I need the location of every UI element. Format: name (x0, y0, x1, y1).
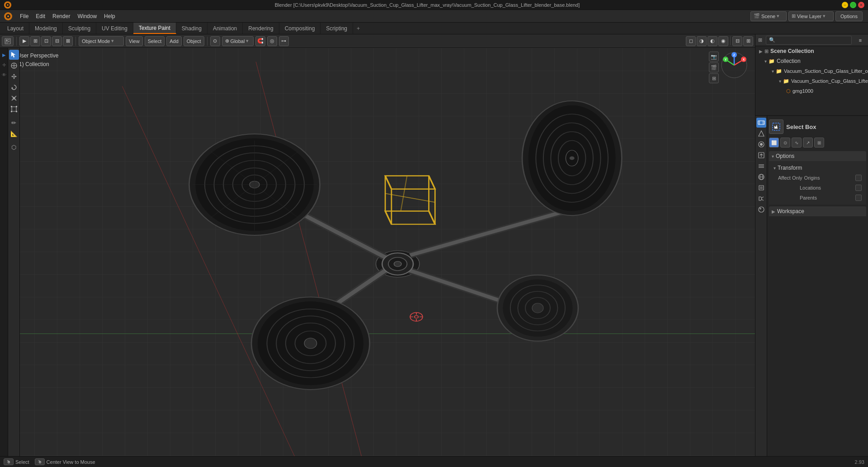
snapping-icon[interactable]: 🧲 (255, 36, 265, 46)
tab-scripting[interactable]: Scripting (321, 23, 353, 34)
tool-cursor[interactable] (9, 61, 19, 71)
parents-row: Parents (771, 193, 864, 203)
outliner-search[interactable]: 🔍 (766, 36, 852, 45)
close-button[interactable]: ✕ (858, 2, 864, 8)
mode-btn-5[interactable]: ⊠ (63, 36, 73, 46)
notch-select-icon[interactable]: ▶ (1, 52, 7, 58)
object-menu[interactable]: Object (184, 36, 204, 46)
prop-tab-scene[interactable] (756, 129, 766, 138)
tab-shading[interactable]: Shading (176, 23, 208, 34)
prop-tab-material[interactable] (756, 205, 766, 214)
menu-render[interactable]: Render (49, 10, 74, 23)
menu-file[interactable]: File (16, 10, 32, 23)
vp-render-view[interactable]: 🎬 (709, 62, 719, 72)
workspace-section-header[interactable]: ▶ Workspace (769, 206, 866, 216)
tool-scale[interactable] (9, 93, 19, 103)
select-mode-alt[interactable]: ⊞ (814, 138, 824, 148)
tab-uv-editing[interactable]: UV Editing (96, 23, 133, 34)
outliner-collection[interactable]: ▾ 📁 Collection (755, 56, 868, 66)
options-section-header[interactable]: ▾ Options (769, 151, 866, 161)
outliner-item-1[interactable]: ▾ 📁 Vacuum_Suction_Cup_Glass_Lifter_obj_… (755, 66, 868, 76)
prop-tab-modifiers[interactable] (756, 194, 766, 204)
locations-checkbox[interactable] (855, 185, 862, 191)
prop-tab-object[interactable] (756, 183, 766, 193)
outliner-scene-collection[interactable]: ▶ ⊞ Scene Collection (755, 46, 868, 56)
tab-sculpting[interactable]: Sculpting (63, 23, 96, 34)
view-layer-selector[interactable]: ⊞ View Layer ▾ (788, 11, 834, 21)
viewport-shading-rendered[interactable]: ◉ (718, 36, 728, 46)
sep4 (730, 36, 731, 45)
transform-orientation[interactable]: ⊕ Global ▾ (222, 36, 254, 46)
viewport-shading-material[interactable]: ◐ (708, 36, 717, 46)
prop-tab-render[interactable] (756, 139, 766, 149)
tool-add-cube[interactable]: ⬡ (9, 142, 19, 152)
tab-compositing[interactable]: Compositing (279, 23, 321, 34)
svg-line-111 (762, 197, 764, 198)
prop-tab-world[interactable] (756, 172, 766, 182)
tool-transform[interactable] (9, 104, 19, 114)
proportional-edit-icon[interactable]: ◎ (267, 36, 277, 46)
vp-display-mode[interactable]: ⊞ (709, 73, 719, 83)
scene-selector[interactable]: 🎬 Scene ▾ (750, 11, 787, 21)
prop-tab-output[interactable] (756, 150, 766, 160)
view-menu[interactable]: View (126, 36, 143, 46)
mode-btn-4[interactable]: ⊟ (52, 36, 62, 46)
options-section: ▾ Options ▾ Transform Affect Only Origin… (769, 151, 866, 205)
mode-btn-2[interactable]: ⊞ (30, 36, 40, 46)
select-menu[interactable]: Select (145, 36, 165, 46)
tab-layout[interactable]: Layout (2, 23, 29, 34)
mode-btn-3[interactable]: ⊡ (41, 36, 51, 46)
menu-edit[interactable]: Edit (32, 10, 49, 23)
outliner-item-3[interactable]: ⬡ gmg1000 (755, 86, 868, 96)
select-mode-circle[interactable]: ⊙ (780, 138, 790, 148)
transform-chevron: ▾ (774, 166, 776, 171)
svg-point-2 (7, 4, 9, 6)
outliner-search-icon: 🔍 (769, 37, 775, 43)
outliner-item2-expand: ▾ (779, 79, 781, 84)
restore-button[interactable]: □ (850, 2, 856, 8)
prop-tab-view-layer[interactable] (756, 161, 766, 171)
parents-checkbox[interactable] (855, 195, 862, 201)
editor-type-button[interactable] (2, 36, 14, 46)
notch-tool-icon[interactable]: ✛ (1, 62, 7, 68)
tool-rotate[interactable] (9, 82, 19, 92)
tab-animation[interactable]: Animation (208, 23, 243, 34)
outliner-collection-icon: 📁 (769, 58, 775, 64)
add-workspace-button[interactable]: + (353, 23, 363, 34)
tab-rendering[interactable]: Rendering (243, 23, 279, 34)
options-button[interactable]: Options (835, 11, 863, 21)
global-icon: ⊕ (225, 38, 229, 44)
prop-tab-tool[interactable] (756, 118, 766, 128)
menu-window[interactable]: Window (74, 10, 100, 23)
mode-btn-1[interactable]: ▶ (19, 36, 29, 46)
viewport[interactable]: User Perspective (1) Collection Z X Y 📷 … (12, 48, 755, 456)
overlay-toggle[interactable]: ⊟ (732, 36, 742, 46)
tool-move[interactable] (9, 71, 19, 81)
minimize-button[interactable]: − (842, 2, 848, 8)
tool-select[interactable] (9, 50, 19, 60)
outliner-filter-button[interactable]: ≡ (855, 35, 865, 45)
tab-texture-paint[interactable]: Texture Paint (133, 23, 176, 34)
proportional-connected-icon[interactable]: ⊶ (279, 36, 289, 46)
transform-pivot-icon[interactable]: ⊙ (210, 36, 220, 46)
object-mode-dropdown[interactable]: Object Mode ▾ (79, 36, 124, 46)
outliner-item-2[interactable]: ▾ 📁 Vacuum_Suction_Cup_Glass_Lifter_c (755, 76, 868, 86)
vp-camera-view[interactable]: 📷 (709, 52, 719, 62)
origins-checkbox[interactable] (855, 175, 862, 181)
scene-dropdown-icon: ▾ (777, 13, 779, 19)
notch-view-icon[interactable]: 👁 (1, 71, 7, 78)
viewport-gizmo[interactable]: Z X Y (721, 52, 748, 79)
select-mode-box[interactable]: ⬜ (769, 138, 779, 148)
menu-help[interactable]: Help (100, 10, 119, 23)
tool-annotate[interactable]: ✏ (9, 118, 19, 128)
viewport-shading-wire[interactable]: ◻ (686, 36, 696, 46)
add-menu[interactable]: Add (166, 36, 182, 46)
tool-measure[interactable]: 📐 (9, 129, 19, 138)
gizmo-toggle[interactable]: ⊞ (743, 36, 753, 46)
viewport-overlay-icons: ◻ ◑ ◐ ◉ ⊟ ⊞ (686, 36, 753, 46)
select-mode-tweak[interactable]: ↗ (803, 138, 813, 148)
tab-modeling[interactable]: Modeling (29, 23, 63, 34)
viewport-shading-solid[interactable]: ◑ (697, 36, 707, 46)
select-mode-lasso[interactable]: ∿ (792, 138, 802, 148)
outliner-item3-icon: ⬡ (786, 88, 791, 94)
